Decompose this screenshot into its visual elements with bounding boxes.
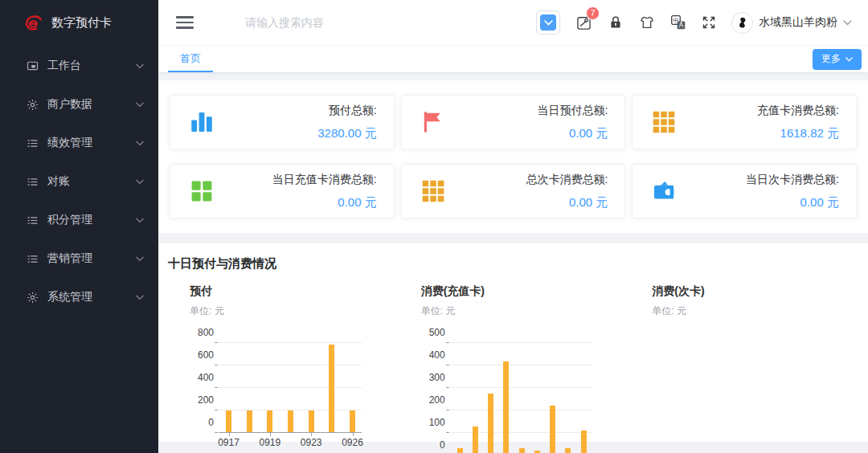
sidebar-item-label: 对账 [47, 174, 70, 189]
stat-label: 当日充值卡消费总额: [272, 173, 377, 187]
sidebar-item-label: 营销管理 [47, 251, 92, 266]
bar [267, 410, 272, 432]
monitor-icon [27, 59, 39, 72]
sidebar-item-4[interactable]: 积分管理 [0, 201, 158, 239]
content: 预付总额: 3280.00 元 当日预付总额: 0.00 元 [158, 73, 868, 453]
chart-1: 消费(充值卡)单位: 元0100200300400500091709190922… [398, 271, 629, 453]
plot-area: 010020030040050009170919092209240926 [450, 343, 593, 453]
y-axis-label: 500 [418, 327, 445, 338]
x-axis-label: 0926 [342, 437, 363, 448]
sidebar-item-0[interactable]: 工作台 [0, 47, 158, 85]
theme-select-icon[interactable] [536, 10, 560, 35]
chart-title: 消费(充值卡) [421, 284, 629, 299]
list-icon [27, 214, 39, 226]
chevron-down-icon [136, 256, 144, 262]
sidebar-item-5[interactable]: 营销管理 [0, 239, 158, 278]
hamburger-menu-icon[interactable] [176, 13, 194, 32]
brand-swirl-icon [23, 12, 44, 34]
stat-label: 预付总额: [317, 104, 376, 118]
stat-value: 3280.00 元 [317, 126, 376, 141]
grid-3x3-icon [649, 108, 678, 137]
stat-label: 当日次卡消费总额: [746, 173, 839, 187]
search-input[interactable] [244, 15, 456, 30]
sidebar-nav: 工作台商户数据绩效管理对账积分管理营销管理系统管理 [0, 45, 158, 316]
y-axis-label: 0 [418, 439, 445, 451]
sidebar-item-3[interactable]: 对账 [0, 162, 158, 201]
gear-icon [27, 98, 39, 111]
stat-label: 总次卡消费总额: [526, 173, 608, 187]
y-axis-label: 300 [418, 372, 445, 383]
y-axis-label: 400 [418, 349, 445, 361]
charts-row: 预付单位: 元02004006008000917091909230926消费(充… [166, 271, 860, 453]
stat-cards-panel: 预付总额: 3280.00 元 当日预付总额: 0.00 元 [158, 80, 868, 233]
chevron-down-icon [136, 102, 144, 108]
user-menu[interactable]: 水域黑山羊肉粉 [731, 12, 852, 34]
list-icon [27, 137, 39, 149]
stat-card-today-recharge-consume: 当日充值卡消费总额: 0.00 元 [170, 164, 395, 218]
chevron-down-icon [136, 218, 144, 223]
stat-value: 0.00 元 [746, 195, 839, 210]
charts-panel: 十日预付与消费情况 预付单位: 元02004006008000917091909… [158, 243, 868, 442]
bar [581, 431, 587, 453]
chart-title: 消费(次卡) [652, 284, 860, 299]
chevron-down-icon [136, 295, 144, 300]
fullscreen-icon[interactable] [702, 15, 716, 30]
app-logo[interactable]: 数字预付卡 [0, 0, 158, 45]
chevron-down-icon [845, 57, 853, 62]
x-axis-label: 0923 [301, 437, 322, 448]
bar [247, 410, 252, 432]
bar [565, 448, 571, 453]
bar [457, 448, 463, 453]
chart-subtitle: 单位: 元 [190, 304, 398, 318]
bar [350, 410, 355, 432]
tabbar: 首页 更多 [158, 45, 868, 72]
tshirt-icon[interactable] [639, 14, 655, 31]
list-icon [27, 252, 39, 265]
stat-card-prepaid-total: 预付总额: 3280.00 元 [170, 95, 395, 149]
bar [329, 345, 334, 432]
bar [288, 410, 293, 432]
bar-chart-icon [187, 108, 216, 137]
y-axis-label: 100 [418, 417, 445, 428]
lock-icon[interactable] [608, 14, 624, 31]
list-icon [27, 175, 39, 188]
x-axis-label: 0917 [218, 437, 240, 448]
stat-label: 当日预付总额: [537, 104, 608, 118]
sidebar-item-label: 商户数据 [47, 97, 92, 112]
notification-badge: 7 [586, 6, 600, 20]
app-title: 数字预付卡 [51, 15, 112, 31]
chevron-down-icon [136, 63, 144, 69]
chart-0: 预付单位: 元02004006008000917091909230926 [166, 271, 398, 453]
chevron-down-icon [136, 179, 144, 185]
gear-icon [27, 291, 39, 304]
chart-subtitle: 单位: 元 [652, 304, 860, 318]
translate-icon[interactable]: 中 A [670, 14, 686, 31]
svg-text:A: A [679, 22, 684, 29]
y-axis-label: 800 [186, 327, 214, 338]
y-axis-label: 200 [186, 394, 214, 406]
sidebar-item-1[interactable]: 商户数据 [0, 85, 158, 124]
sidebar-item-6[interactable]: 系统管理 [0, 278, 158, 316]
sidebar-item-2[interactable]: 绩效管理 [0, 124, 158, 162]
stat-card-today-times-card-consume: 当日次卡消费总额: 0.00 元 [632, 164, 857, 218]
y-axis-label: 400 [186, 372, 214, 383]
grid-3x3-icon [419, 177, 448, 206]
y-axis-label: 600 [186, 349, 214, 361]
stat-card-times-card-consume-total: 总次卡消费总额: 0.00 元 [401, 164, 626, 218]
bar [550, 406, 555, 453]
topbar: 7 中 A [158, 0, 868, 45]
work-order-icon[interactable]: 7 [575, 14, 592, 31]
tab-home[interactable]: 首页 [168, 46, 213, 72]
stat-value: 0.00 元 [526, 195, 608, 210]
chart-title: 预付 [190, 284, 398, 299]
grid-2x2-icon [187, 177, 216, 206]
bar [503, 361, 509, 453]
stat-label: 充值卡消费总额: [757, 104, 839, 118]
bar [226, 410, 231, 432]
y-axis-label: 200 [418, 394, 445, 406]
main-area: 7 中 A [158, 0, 868, 453]
sidebar-item-label: 绩效管理 [47, 136, 92, 150]
chevron-down-icon [136, 141, 144, 146]
more-button[interactable]: 更多 [813, 49, 862, 70]
topbar-actions: 7 中 A [536, 10, 852, 35]
